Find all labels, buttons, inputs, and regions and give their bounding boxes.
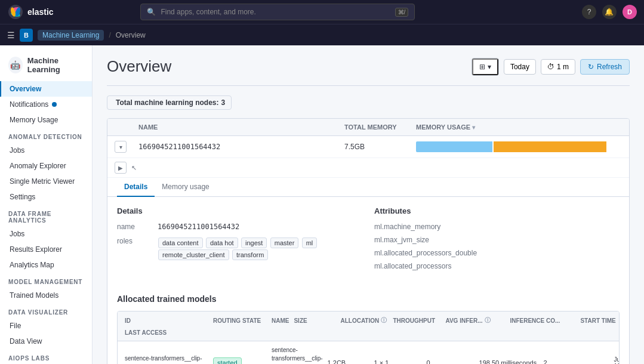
avginfer-info-icon[interactable]: ⓘ bbox=[485, 316, 491, 325]
model-avginfer-1: 198.50 milliseconds bbox=[479, 359, 539, 364]
nodes-count-badge: Total machine learning nodes: 3 bbox=[107, 95, 232, 110]
models-table-header: ID Routing state Name Size Allocation ⓘ … bbox=[118, 311, 619, 341]
allocation-info-icon[interactable]: ⓘ bbox=[381, 316, 387, 325]
sidebar-item-trained-models[interactable]: Trained Models bbox=[0, 288, 92, 303]
help-button[interactable]: ? bbox=[582, 5, 596, 19]
attr-key-max-jvm: ml.max_jvm_size bbox=[374, 236, 429, 244]
nodes-label: Total machine learning nodes: bbox=[116, 98, 218, 107]
detail-name-value: 1669045211001564432 bbox=[158, 223, 239, 231]
role-tag-master: master bbox=[270, 237, 299, 248]
col-memory-header: Total memory bbox=[344, 124, 416, 131]
attributes-column: Attributes ml.machine_memory ml.max_jvm_… bbox=[374, 206, 620, 275]
models-col-routing: Routing state bbox=[213, 317, 267, 324]
attr-key-proc-double: ml.allocated_processors_double bbox=[374, 249, 477, 257]
attr-row-proc: ml.allocated_processors bbox=[374, 262, 620, 270]
page-title: Overview bbox=[107, 57, 171, 76]
role-tag-ingest: ingest bbox=[241, 237, 267, 248]
svg-point-0 bbox=[8, 5, 23, 19]
top-navigation: elastic 🔍 ⌘/ ? 🔔 D bbox=[0, 0, 644, 24]
sidebar-item-settings[interactable]: Settings bbox=[0, 189, 92, 205]
attributes-section-title: Attributes bbox=[374, 206, 620, 215]
role-tag-transform: transform bbox=[232, 249, 268, 260]
node2-cursor: ↖ bbox=[131, 164, 137, 172]
model-allocation-1: 1 × 1 bbox=[374, 359, 422, 364]
models-col-name: Name bbox=[272, 317, 289, 324]
details-section-title: Details bbox=[117, 206, 362, 215]
sidebar-label-memory-usage: Memory Usage bbox=[10, 116, 58, 124]
keyboard-shortcut: ⌘/ bbox=[395, 8, 409, 17]
sidebar-item-ad-jobs[interactable]: Jobs bbox=[0, 143, 92, 158]
detail-name-row: name 1669045211001564432 bbox=[117, 223, 362, 231]
models-col-avginfer: Avg Infer... ⓘ bbox=[445, 316, 505, 325]
role-tag-data-hot: data hot bbox=[206, 237, 238, 248]
elastic-logo-text: elastic bbox=[27, 7, 54, 17]
refresh-button[interactable]: ↻ Refresh bbox=[580, 59, 630, 75]
expand-row-button[interactable]: ▾ bbox=[115, 141, 127, 153]
models-section-title: Allocated trained models bbox=[117, 294, 620, 304]
menu-toggle-button[interactable]: ☰ bbox=[7, 30, 15, 40]
user-avatar[interactable]: D bbox=[623, 5, 637, 19]
header-actions: ⊞ ▾ Today ⏱ 1 m ↻ Refresh bbox=[472, 58, 630, 76]
sidebar: 🤖 Machine Learning Overview Notification… bbox=[0, 45, 93, 364]
model-size-1: 1.2CB bbox=[328, 359, 369, 364]
interval-label: 1 m bbox=[557, 63, 569, 71]
sidebar-item-results-explorer[interactable]: Results Explorer bbox=[0, 242, 92, 257]
notifications-badge bbox=[52, 102, 57, 107]
details-column: Details name 1669045211001564432 roles d… bbox=[117, 206, 362, 275]
notifications-button[interactable]: 🔔 bbox=[602, 5, 617, 19]
attr-key-machine-memory: ml.machine_memory bbox=[374, 223, 440, 231]
refresh-label: Refresh bbox=[597, 63, 622, 71]
view-toggle-group: ⊞ ▾ bbox=[472, 58, 499, 76]
sidebar-item-memory-usage[interactable]: Memory Usage bbox=[0, 112, 92, 128]
models-col-starttime: Start time bbox=[580, 317, 620, 324]
memory-bar bbox=[416, 141, 622, 152]
attr-row-proc-double: ml.allocated_processors_double bbox=[374, 249, 620, 257]
node-memory-cell: 7.5GB bbox=[344, 143, 416, 151]
memory-bar-used bbox=[416, 141, 492, 152]
global-search-bar[interactable]: 🔍 ⌘/ bbox=[140, 4, 415, 20]
sidebar-item-analytics-map[interactable]: Analytics Map bbox=[0, 257, 92, 273]
sidebar-label-notifications: Notifications bbox=[10, 100, 48, 109]
sidebar-item-anomaly-explorer[interactable]: Anomaly Explorer bbox=[0, 158, 92, 174]
node-usage-cell bbox=[416, 141, 622, 152]
tab-details[interactable]: Details bbox=[117, 178, 155, 197]
table-row: ▾ 1669045211001564432 7.5GB bbox=[107, 136, 629, 158]
refresh-icon: ↻ bbox=[588, 63, 594, 71]
status-badge-started-1: started bbox=[213, 357, 242, 364]
main-content: Overview ⊞ ▾ Today ⏱ 1 m ↻ Refresh bbox=[93, 45, 644, 364]
ml-icon: 🤖 bbox=[8, 57, 23, 73]
sidebar-item-file[interactable]: File bbox=[0, 318, 92, 334]
breadcrumb-separator: / bbox=[109, 31, 110, 39]
breadcrumb-current: Overview bbox=[116, 31, 146, 39]
tab-memory-usage[interactable]: Memory usage bbox=[155, 178, 216, 197]
sidebar-item-dfa-jobs[interactable]: Jobs bbox=[0, 226, 92, 242]
sidebar-item-single-metric[interactable]: Single Metric Viewer bbox=[0, 174, 92, 189]
table-row-2: ▶ ↖ bbox=[107, 158, 629, 178]
top-nav-right: ? 🔔 D bbox=[582, 5, 637, 19]
sidebar-item-notifications[interactable]: Notifications bbox=[0, 97, 92, 112]
sidebar-item-data-view[interactable]: Data View bbox=[0, 334, 92, 349]
memory-bar-jvm bbox=[494, 141, 607, 152]
page-header: Overview ⊞ ▾ Today ⏱ 1 m ↻ Refresh bbox=[107, 57, 630, 76]
attr-row-max-jvm: ml.max_jvm_size bbox=[374, 236, 620, 244]
detail-content: Details name 1669045211001564432 roles d… bbox=[107, 197, 629, 285]
breadcrumb-bar: ☰ B Machine Learning / Overview bbox=[0, 24, 644, 45]
model-starttime-1: Jul 12, 2023 @ 12:19:20.587 bbox=[614, 356, 620, 364]
sidebar-item-overview[interactable]: Overview bbox=[0, 81, 92, 97]
grid-view-button[interactable]: ⊞ ▾ bbox=[472, 58, 498, 75]
sidebar-section-anomaly: Anomaly Detection bbox=[0, 128, 92, 143]
interval-button[interactable]: ⏱ 1 m bbox=[541, 59, 575, 75]
nodes-count: 3 bbox=[221, 98, 225, 107]
sidebar-section-aiops: AIOps Labs bbox=[0, 349, 92, 364]
breadcrumb-ml-link[interactable]: Machine Learning bbox=[38, 30, 104, 41]
memory-usage-chevron: ▾ bbox=[472, 124, 475, 131]
search-input[interactable] bbox=[161, 8, 390, 16]
expand-row2-button[interactable]: ▶ bbox=[115, 162, 127, 174]
models-col-allocation: Allocation ⓘ bbox=[340, 316, 388, 325]
role-tag-ml: ml bbox=[302, 237, 318, 248]
node-name: 1669045211001564432 bbox=[138, 143, 220, 151]
today-button[interactable]: Today bbox=[504, 59, 536, 75]
nodes-table: Name Total memory Memory usage ▾ ▾ 16690… bbox=[107, 118, 630, 364]
sidebar-section-model-mgmt: Model Management bbox=[0, 273, 92, 288]
node-name-cell: 1669045211001564432 bbox=[138, 143, 344, 151]
